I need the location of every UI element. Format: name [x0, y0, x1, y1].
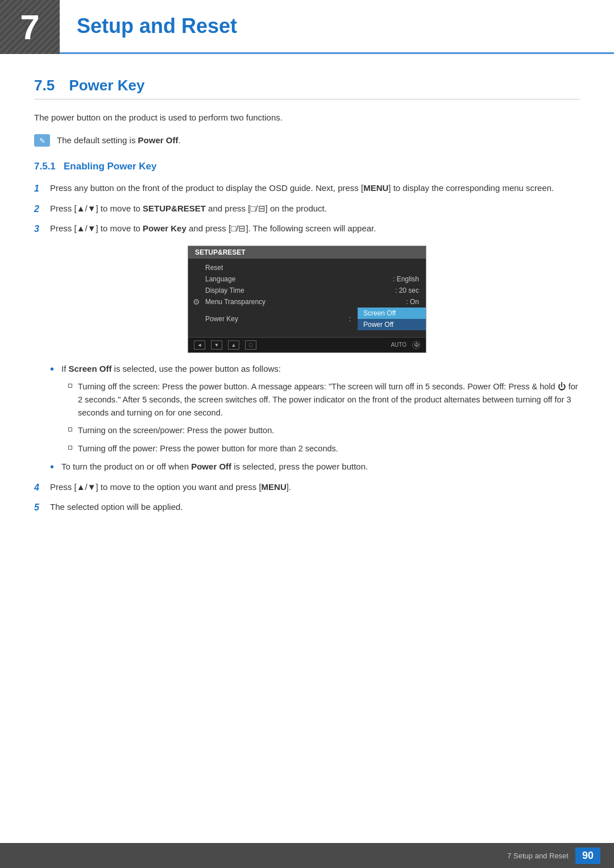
step-number-5: 5	[34, 500, 50, 515]
bullet-text-power-off: To turn the product on or off when Power…	[61, 460, 580, 474]
osd-gear-icon: ⚙	[193, 297, 200, 306]
subsection-heading: 7.5.1 Enabling Power Key	[34, 161, 580, 172]
step-text-4: Press [▲/▼] to move to the option you wa…	[50, 480, 580, 494]
step-number-2: 2	[34, 202, 50, 217]
osd-btn-1: ◄	[194, 340, 205, 350]
step-number-1: 1	[34, 181, 50, 196]
bullet-dot-2: •	[50, 460, 61, 474]
chapter-number: 7	[20, 10, 39, 45]
osd-label-menu-transparency: Menu Transparency	[205, 298, 401, 306]
osd-btn-3: ▲	[228, 340, 239, 350]
osd-value-power-key: :	[349, 315, 351, 323]
osd-screenshot: SETUP&RESET Reset Language : English Dis…	[188, 246, 426, 353]
osd-bottom-bar: ◄ ▼ ▲ □ AUTO ⏻	[188, 337, 426, 352]
sub-bullet-item-1: Turning off the screen: Press the power …	[68, 380, 580, 420]
bullet-item-screen-off: • If Screen Off is selected, use the pow…	[50, 362, 580, 376]
bullet-text-screen-off: If Screen Off is selected, use the power…	[61, 362, 580, 376]
osd-title-bar: SETUP&RESET	[188, 246, 426, 259]
osd-power-btn: ⏻	[412, 341, 420, 349]
screen-off-bold: Screen Off	[69, 364, 112, 373]
note-icon	[34, 134, 50, 147]
chapter-title: Setup and Reset	[77, 14, 237, 38]
step-text-2: Press [▲/▼] to move to SETUP&RESET and p…	[50, 202, 580, 215]
note-bold-term: Power Off	[138, 135, 179, 145]
step-3: 3 Press [▲/▼] to move to Power Key and p…	[34, 222, 580, 236]
sub-bullet-square-2	[68, 427, 72, 431]
step-number-3: 3	[34, 222, 50, 236]
osd-spacer	[188, 330, 426, 335]
bullet-item-power-off: • To turn the product on or off when Pow…	[50, 460, 580, 474]
step-text-1: Press any button on the front of the pro…	[50, 181, 580, 195]
main-content: 7.5 Power Key The power button on the pr…	[0, 77, 614, 570]
note-text: The default setting is Power Off.	[57, 134, 181, 147]
osd-value-display-time: : 20 sec	[395, 286, 419, 294]
chapter-title-block: Setup and Reset	[60, 0, 614, 54]
osd-row-power-key-container: Power Key : Screen Off Power Off	[188, 308, 426, 330]
osd-label-power-key: Power Key	[205, 315, 345, 323]
step-2: 2 Press [▲/▼] to move to SETUP&RESET and…	[34, 202, 580, 217]
footer-text: 7 Setup and Reset	[507, 852, 569, 860]
bullet-section: • If Screen Off is selected, use the pow…	[34, 362, 580, 474]
sub-bullet-section: Turning off the screen: Press the power …	[50, 380, 580, 455]
intro-text: The power button on the product is used …	[34, 111, 580, 124]
osd-row-reset: Reset	[188, 262, 426, 273]
steps-list-2: 4 Press [▲/▼] to move to the option you …	[34, 480, 580, 515]
chapter-header: 7 Setup and Reset	[0, 0, 614, 54]
osd-row-display-time: Display Time : 20 sec	[188, 285, 426, 296]
osd-value-language: : English	[393, 275, 419, 283]
step-text-5: The selected option will be applied.	[50, 500, 580, 514]
osd-submenu: Screen Off Power Off	[358, 308, 426, 330]
step-number-4: 4	[34, 480, 50, 495]
osd-auto-label: AUTO	[391, 342, 406, 348]
osd-menu: Reset Language : English Display Time : …	[188, 259, 426, 337]
osd-subitem-screen-off: Screen Off	[358, 308, 426, 319]
steps-list: 1 Press any button on the front of the p…	[34, 181, 580, 236]
sub-bullet-square-3	[68, 446, 72, 450]
page-footer: 7 Setup and Reset 90	[0, 843, 614, 868]
osd-subitem-power-off: Power Off	[358, 319, 426, 330]
footer-page-number: 90	[575, 848, 600, 864]
sub-bullet-item-2: Turning on the screen/power: Press the p…	[68, 424, 580, 437]
section-heading: 7.5 Power Key	[34, 77, 580, 99]
step-1: 1 Press any button on the front of the p…	[34, 181, 580, 196]
osd-value-menu-transparency: : On	[406, 298, 419, 306]
step-5: 5 The selected option will be applied.	[34, 500, 580, 515]
sub-bullet-square-1	[68, 384, 72, 388]
osd-btn-4: □	[245, 340, 256, 350]
osd-label-language: Language	[205, 275, 388, 283]
bullet-dot-1: •	[50, 362, 61, 376]
osd-row-language: Language : English	[188, 273, 426, 285]
osd-label-display-time: Display Time	[205, 286, 391, 294]
step-4: 4 Press [▲/▼] to move to the option you …	[34, 480, 580, 495]
subsection-number: 7.5.1	[34, 161, 61, 172]
osd-row-menu-transparency: ⚙ Menu Transparency : On	[188, 296, 426, 308]
sub-bullet-text-1: Turning off the screen: Press the power …	[78, 380, 580, 420]
osd-btn-2: ▼	[211, 340, 222, 350]
osd-label-reset: Reset	[205, 264, 419, 272]
power-off-bold: Power Off	[191, 462, 231, 471]
subsection-title: Enabling Power Key	[64, 161, 156, 172]
section-title: Power Key	[69, 77, 144, 94]
sub-bullet-text-2: Turning on the screen/power: Press the p…	[78, 424, 580, 437]
sub-bullet-text-3: Turning off the power: Press the power b…	[78, 442, 580, 455]
note-box: The default setting is Power Off.	[34, 134, 580, 147]
sub-bullet-item-3: Turning off the power: Press the power b…	[68, 442, 580, 455]
osd-row-power-key: Power Key :	[188, 308, 358, 330]
chapter-number-block: 7	[0, 0, 60, 54]
section-number: 7.5	[34, 77, 55, 94]
step-text-3: Press [▲/▼] to move to Power Key and pre…	[50, 222, 580, 235]
